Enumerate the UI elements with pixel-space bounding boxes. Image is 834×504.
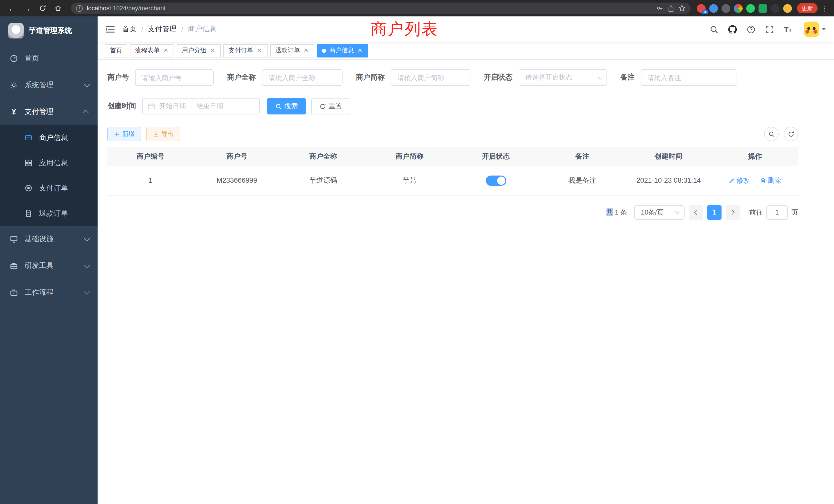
chrome-update-button[interactable]: 更新: [797, 3, 817, 13]
sidebar-item-home[interactable]: 首页: [0, 45, 97, 72]
briefcase-icon: [9, 289, 19, 297]
next-page-button[interactable]: [726, 205, 740, 220]
sidebar-item-system[interactable]: 系统管理: [0, 72, 97, 98]
hamburger-icon[interactable]: [106, 25, 115, 33]
add-button[interactable]: 新增: [107, 127, 141, 141]
breadcrumb-item[interactable]: 支付管理: [148, 25, 177, 34]
tab-home[interactable]: 首页: [105, 44, 127, 57]
help-icon[interactable]: [745, 24, 756, 35]
search-icon[interactable]: [708, 24, 720, 35]
profile-avatar-icon[interactable]: [783, 4, 792, 13]
page-number-1[interactable]: 1: [707, 205, 722, 220]
tab-label: 首页: [110, 46, 122, 55]
col-header: 商户号: [194, 147, 280, 166]
sidebar-item-workflow[interactable]: 工作流程: [0, 279, 97, 306]
home-icon[interactable]: [51, 2, 65, 15]
tab-refund-orders[interactable]: 退款订单 ✕: [270, 44, 314, 57]
dashboard-icon: [9, 54, 19, 63]
fullscreen-icon[interactable]: [764, 24, 775, 35]
bookmark-star-icon[interactable]: [678, 5, 686, 12]
export-button[interactable]: 导出: [146, 127, 180, 141]
filter-label: 开启状态: [484, 73, 519, 82]
browser-menu-icon[interactable]: ⋮: [820, 4, 829, 12]
close-icon[interactable]: ✕: [256, 47, 262, 54]
breadcrumb-item[interactable]: 首页: [122, 25, 137, 34]
browser-toolbar: ← → i localhost:1024/pay/merchant: [0, 0, 834, 17]
user-menu[interactable]: [804, 22, 826, 37]
filter-status: 开启状态 请选择开启状态: [484, 69, 607, 86]
status-toggle[interactable]: [486, 175, 506, 186]
tab-label: 支付订单: [228, 46, 253, 55]
edit-button[interactable]: 修改: [729, 176, 750, 185]
extensions-strip: 10: [697, 4, 792, 13]
url-text: localhost:1024/pay/merchant: [87, 5, 652, 12]
sidebar-item-label: 基础设施: [25, 234, 84, 244]
filter-label: 商户号: [107, 73, 135, 82]
sidebar-item-label: 工作流程: [25, 288, 84, 297]
sidebar-item-label: 支付管理: [25, 107, 84, 116]
close-icon[interactable]: ✕: [210, 47, 216, 54]
share-icon[interactable]: [667, 5, 674, 12]
address-bar[interactable]: i localhost:1024/pay/merchant: [71, 3, 691, 14]
key-icon[interactable]: [656, 5, 663, 12]
sidebar-item-refund-orders[interactable]: 退款订单: [0, 201, 97, 226]
extension-icon-2[interactable]: [709, 4, 718, 13]
date-range-picker[interactable]: 开始日期 - 结束日期: [142, 98, 260, 114]
page-size-select[interactable]: 10条/页: [634, 205, 684, 220]
tab-process-form[interactable]: 流程表单 ✕: [130, 44, 174, 57]
sidebar: 芋道管理系统 首页 系统管理 ¥ 支付管理: [0, 17, 97, 504]
tab-user-group[interactable]: 用户分组 ✕: [177, 44, 221, 57]
extension-icon-4[interactable]: [734, 4, 743, 13]
active-tab-dot: [322, 48, 326, 53]
extension-icon-5[interactable]: [746, 4, 755, 13]
caret-down-icon: [822, 28, 826, 32]
sidebar-item-pay-orders[interactable]: 支付订单: [0, 176, 97, 201]
filter-label: 创建时间: [107, 101, 142, 111]
toggle-search-button[interactable]: [764, 127, 778, 141]
user-avatar: [804, 22, 819, 37]
goto-label: 前往: [749, 208, 763, 217]
site-info-icon[interactable]: i: [76, 5, 83, 12]
close-icon[interactable]: ✕: [357, 47, 363, 54]
filter-label: 商户全称: [227, 73, 262, 82]
extension-icon-6[interactable]: [759, 4, 767, 13]
table-tools: [764, 127, 798, 141]
extension-icon-3[interactable]: [722, 4, 730, 13]
font-size-icon[interactable]: TT: [782, 24, 793, 35]
status-select[interactable]: 请选择开启状态: [519, 69, 607, 86]
cell-merchant-id: 1: [107, 166, 194, 195]
merchant-no-input[interactable]: [135, 69, 214, 86]
sidebar-item-dev-tools[interactable]: 研发工具: [0, 253, 97, 279]
tab-merchant-info[interactable]: 商户信息 ✕: [317, 44, 368, 57]
filter-merchant-no: 商户号: [107, 69, 214, 86]
extension-badge: 10: [702, 9, 708, 14]
tab-pay-orders[interactable]: 支付订单 ✕: [223, 44, 267, 57]
col-header: 商户编号: [107, 147, 194, 166]
delete-button[interactable]: 删除: [760, 176, 781, 185]
short-name-input[interactable]: [391, 69, 470, 86]
app-logo[interactable]: 芋道管理系统: [0, 17, 97, 45]
forward-icon[interactable]: →: [21, 2, 34, 15]
extension-icon-1[interactable]: 10: [697, 4, 706, 13]
prev-page-button[interactable]: [689, 205, 703, 220]
goto-page: 前往 页: [749, 205, 798, 220]
export-button-label: 导出: [161, 130, 174, 138]
sidebar-item-merchant-info[interactable]: 商户信息: [0, 125, 97, 151]
extension-icon-7[interactable]: [771, 4, 780, 13]
sidebar-item-payment[interactable]: ¥ 支付管理: [0, 98, 97, 125]
goto-page-input[interactable]: [766, 205, 788, 220]
close-icon[interactable]: ✕: [303, 47, 309, 54]
reset-button[interactable]: 重置: [311, 98, 350, 114]
total-suffix: 条: [620, 208, 627, 216]
github-icon[interactable]: [727, 24, 738, 35]
search-button[interactable]: 搜索: [267, 98, 306, 114]
back-icon[interactable]: ←: [5, 2, 19, 15]
remark-input[interactable]: [641, 69, 737, 86]
full-name-input[interactable]: [262, 69, 343, 86]
sidebar-item-infrastructure[interactable]: 基础设施: [0, 226, 97, 253]
search-icon: [768, 131, 775, 137]
close-icon[interactable]: ✕: [163, 47, 169, 54]
sidebar-item-app-info[interactable]: 应用信息: [0, 151, 97, 176]
refresh-table-button[interactable]: [784, 127, 798, 141]
reload-icon[interactable]: [36, 2, 49, 15]
